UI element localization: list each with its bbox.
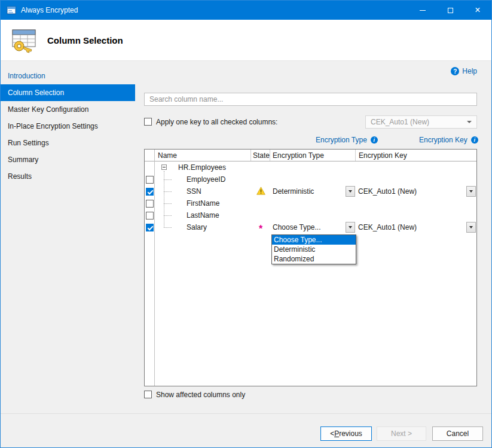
grid-body: HR.Employees EmployeeID	[145, 161, 476, 233]
row-checkbox-ssn[interactable]	[146, 188, 154, 196]
dropdown-option-deterministic[interactable]: Deterministic	[272, 245, 356, 254]
minimize-button[interactable]	[409, 1, 436, 20]
apply-key-dropdown[interactable]: CEK_Auto1 (New)	[365, 115, 477, 129]
encryption-type-combobox[interactable]: Choose Type...	[270, 221, 356, 233]
dropdown-arrow-button[interactable]	[466, 222, 476, 233]
table-name-label: HR.Employees	[178, 163, 226, 172]
chevron-down-icon	[469, 226, 473, 228]
chevron-down-icon	[349, 226, 352, 228]
help-link[interactable]: ? Help	[451, 67, 477, 75]
dropdown-arrow-button[interactable]	[346, 186, 355, 197]
grid-header-encryption-key: Encryption Key	[356, 150, 476, 161]
chevron-down-icon	[467, 121, 472, 123]
column-name-label: EmployeeID	[187, 175, 225, 184]
encryption-type-info-icon[interactable]: i	[371, 136, 378, 144]
chevron-down-icon	[469, 190, 473, 193]
encryption-key-link-group: Encryption Key i	[419, 136, 478, 144]
next-button[interactable]: Next >	[377, 426, 426, 441]
sidebar-item-introduction[interactable]: Introduction	[1, 68, 135, 84]
app-icon	[7, 5, 16, 15]
dropdown-arrow-button[interactable]	[466, 186, 476, 197]
encryption-key-value: CEK_Auto1 (New)	[356, 187, 417, 196]
sidebar-item-summary: Summary	[1, 151, 135, 168]
grid-header-row: Name State Encryption Type Encryption Ke…	[145, 150, 476, 161]
grid-header-name: Name	[154, 150, 251, 161]
apply-one-key-checkbox[interactable]	[144, 118, 152, 126]
column-name-label: LastName	[187, 211, 219, 220]
table-row[interactable]: EmployeeID	[145, 173, 476, 185]
grid-header-encryption-type: Encryption Type	[270, 150, 356, 161]
row-checkbox-employeeid[interactable]	[146, 176, 154, 184]
show-affected-columns-label: Show affected columns only	[156, 391, 245, 399]
table-key-icon	[10, 27, 38, 53]
sidebar-item-results: Results	[1, 168, 135, 185]
table-row[interactable]: Salary * Choose Type... CEK_Auto1 (New)	[145, 221, 476, 233]
encryption-type-value: Choose Type...	[270, 223, 321, 231]
sidebar-item-run-settings: Run Settings	[1, 135, 135, 151]
row-checkbox-salary[interactable]	[146, 224, 154, 231]
show-affected-columns-checkbox[interactable]	[144, 391, 152, 398]
row-checkbox-firstname[interactable]	[146, 200, 154, 208]
close-icon: ×	[475, 5, 480, 15]
maximize-button[interactable]	[436, 1, 464, 20]
row-checkbox-lastname[interactable]	[146, 212, 154, 220]
close-button[interactable]: ×	[464, 1, 491, 20]
row-gutter	[145, 161, 154, 173]
dropdown-option-choose-type[interactable]: Choose Type...	[272, 235, 356, 245]
encryption-type-combobox[interactable]: Deterministic	[270, 185, 356, 197]
warning-icon	[256, 187, 265, 197]
previous-button-prefix: <	[330, 429, 334, 438]
page-title: Column Selection	[47, 35, 123, 45]
always-encrypted-window: Always Encrypted ×	[0, 0, 492, 448]
column-selection-page: ? Help Apply one key to all checked colu…	[135, 61, 492, 413]
encryption-key-value: CEK_Auto1 (New)	[356, 223, 417, 231]
grid-header-state: State	[251, 150, 270, 161]
column-name-label: FirstName	[187, 199, 219, 208]
encryption-key-combobox[interactable]: CEK_Auto1 (New)	[356, 185, 476, 197]
table-row[interactable]: LastName	[145, 209, 476, 221]
sidebar-item-in-place-encryption-settings: In-Place Encryption Settings	[1, 118, 135, 135]
sidebar-item-column-selection[interactable]: Column Selection	[1, 84, 135, 101]
help-label: Help	[462, 67, 477, 75]
encryption-key-info-icon[interactable]: i	[471, 136, 478, 144]
previous-button-accel: P	[334, 429, 339, 438]
grid-header-gutter	[145, 150, 154, 161]
wizard-nav-sidebar: Introduction Column Selection Master Key…	[1, 61, 135, 413]
apply-one-key-label: Apply one key to all checked columns:	[156, 118, 277, 126]
encryption-key-link[interactable]: Encryption Key	[419, 136, 467, 144]
maximize-icon	[448, 8, 453, 13]
titlebar: Always Encrypted ×	[1, 1, 491, 20]
sidebar-item-master-key-configuration: Master Key Configuration	[1, 101, 135, 118]
column-name-label: SSN	[187, 187, 201, 196]
cancel-button[interactable]: Cancel	[432, 426, 483, 441]
previous-button-suffix: revious	[339, 429, 362, 438]
table-row[interactable]: HR.Employees	[145, 161, 476, 173]
apply-key-dropdown-value: CEK_Auto1 (New)	[371, 118, 429, 126]
dropdown-arrow-button[interactable]	[346, 222, 355, 233]
window-controls: ×	[409, 1, 491, 20]
encryption-type-link[interactable]: Encryption Type	[316, 136, 367, 144]
wizard-header: Column Selection	[1, 20, 491, 61]
chevron-down-icon	[349, 190, 352, 193]
column-name-label: Salary	[187, 223, 207, 231]
encryption-type-dropdown-list: Choose Type... Deterministic Randomized	[271, 234, 356, 264]
table-row[interactable]: SSN Deterministic	[145, 185, 476, 197]
tree-collapse-toggle[interactable]	[161, 164, 167, 170]
minimize-icon	[420, 10, 426, 11]
previous-button[interactable]: < Previous	[320, 426, 372, 441]
search-column-input[interactable]	[144, 93, 477, 106]
window-title: Always Encrypted	[21, 6, 78, 14]
minus-icon	[163, 167, 166, 167]
encryption-type-link-group: Encryption Type i	[316, 136, 378, 144]
dropdown-option-randomized[interactable]: Randomized	[272, 254, 356, 264]
table-row[interactable]: FirstName	[145, 197, 476, 209]
encryption-type-value: Deterministic	[270, 187, 314, 196]
required-icon: *	[259, 226, 262, 232]
wizard-footer: < Previous Next > Cancel	[1, 413, 491, 448]
columns-grid: Name State Encryption Type Encryption Ke…	[144, 149, 477, 386]
encryption-key-combobox[interactable]: CEK_Auto1 (New)	[356, 221, 476, 233]
help-icon: ?	[451, 67, 459, 75]
